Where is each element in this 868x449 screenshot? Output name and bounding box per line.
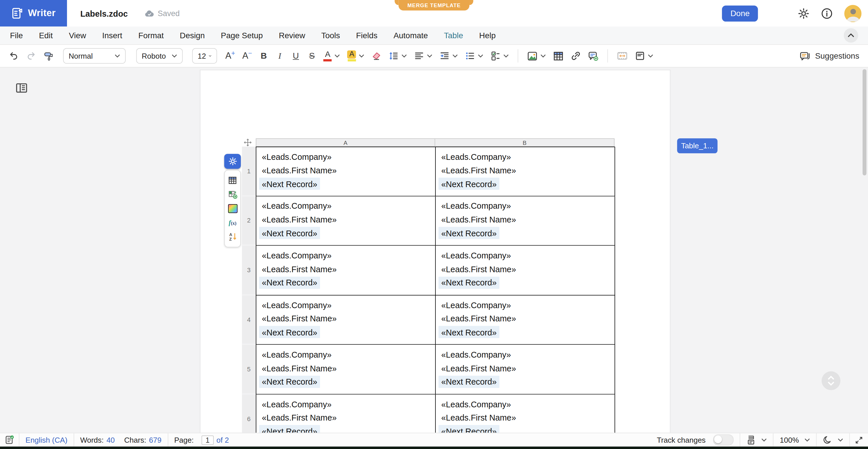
merge-field[interactable]: «Leads.Company» xyxy=(441,350,511,359)
merge-field[interactable]: «Leads.Company» xyxy=(262,300,332,310)
merge-field[interactable]: «Next Record» xyxy=(439,277,500,289)
merge-field[interactable]: «Leads.First Name» xyxy=(262,166,337,175)
format-painter-icon[interactable] xyxy=(42,48,55,64)
cell-color-button[interactable] xyxy=(228,204,237,213)
menu-item-file[interactable]: File xyxy=(10,31,23,40)
table-cell[interactable]: «Leads.Company»«Leads.First Name»«Next R… xyxy=(435,295,615,345)
menu-item-design[interactable]: Design xyxy=(180,31,205,40)
italic-button[interactable]: I xyxy=(274,48,286,64)
increase-font-size-button[interactable]: A+ xyxy=(224,48,237,64)
table-settings-button[interactable] xyxy=(224,154,241,169)
merge-field[interactable]: «Next Record» xyxy=(439,326,500,338)
merge-field[interactable]: «Leads.Company» xyxy=(262,350,332,359)
page-number-input[interactable]: 1 xyxy=(202,435,214,445)
row-number[interactable]: 5 xyxy=(242,345,256,394)
merge-field[interactable]: «Next Record» xyxy=(439,425,500,432)
merge-field[interactable]: «Next Record» xyxy=(259,425,320,432)
zia-button[interactable]: Zia xyxy=(770,5,786,22)
bullet-list-button[interactable] xyxy=(464,48,485,64)
table-cell[interactable]: «Leads.Company»«Leads.First Name»«Next R… xyxy=(435,394,615,432)
table-cell[interactable]: «Leads.Company»«Leads.First Name»«Next R… xyxy=(435,196,615,246)
merge-field[interactable]: «Leads.First Name» xyxy=(262,363,337,373)
table-name-tag[interactable]: Table_1... xyxy=(677,138,718,153)
row-number[interactable]: 1 xyxy=(242,147,256,196)
decrease-font-size-button[interactable]: A− xyxy=(241,48,253,64)
font-color-button[interactable]: A xyxy=(322,48,341,64)
writer-logo[interactable]: Writer xyxy=(0,0,67,27)
alignment-button[interactable] xyxy=(413,48,434,64)
track-changes-toggle[interactable] xyxy=(713,434,734,446)
column-header-a[interactable]: A xyxy=(256,138,435,147)
menu-item-insert[interactable]: Insert xyxy=(102,31,122,40)
spellcheck-button[interactable] xyxy=(0,433,19,446)
suggestions-button[interactable]: Suggestions xyxy=(800,51,859,61)
highlight-color-button[interactable]: A xyxy=(346,48,366,64)
table-cell[interactable]: «Leads.Company»«Leads.First Name»«Next R… xyxy=(256,394,435,432)
table-cell[interactable]: «Leads.Company»«Leads.First Name»«Next R… xyxy=(256,295,435,345)
insert-image-button[interactable] xyxy=(526,48,547,64)
menu-item-help[interactable]: Help xyxy=(479,31,496,40)
menu-item-automate[interactable]: Automate xyxy=(394,31,428,40)
merge-field[interactable]: «Next Record» xyxy=(439,178,500,190)
merge-field[interactable]: «Leads.First Name» xyxy=(262,413,337,422)
zoom-control[interactable]: 100% xyxy=(774,433,816,446)
menu-item-review[interactable]: Review xyxy=(279,31,305,40)
undo-button[interactable] xyxy=(8,48,20,64)
insert-link-button[interactable] xyxy=(570,48,582,64)
table-sort-button[interactable]: AZ xyxy=(228,232,237,242)
font-size-select[interactable]: 12 xyxy=(192,48,217,64)
merge-field[interactable]: «Next Record» xyxy=(259,227,320,239)
merge-field[interactable]: «Leads.First Name» xyxy=(441,314,516,323)
info-button[interactable] xyxy=(821,7,833,19)
table-move-handle-icon[interactable] xyxy=(244,138,252,147)
table-cell[interactable]: «Leads.Company»«Leads.First Name»«Next R… xyxy=(256,147,435,196)
collapse-toolbar-button[interactable] xyxy=(844,28,858,42)
merge-field[interactable]: «Leads.First Name» xyxy=(262,264,337,274)
merge-field[interactable]: «Leads.First Name» xyxy=(441,215,516,224)
line-spacing-button[interactable] xyxy=(388,48,408,64)
merge-field[interactable]: «Leads.Company» xyxy=(262,251,332,260)
done-button[interactable]: Done xyxy=(722,5,758,21)
table-style-button[interactable] xyxy=(228,176,237,185)
font-family-select[interactable]: Roboto xyxy=(136,48,183,64)
row-number[interactable]: 2 xyxy=(242,196,256,246)
redo-button[interactable] xyxy=(25,48,37,64)
merge-field[interactable]: «Leads.Company» xyxy=(441,201,511,211)
table-cell[interactable]: «Leads.Company»«Leads.First Name»«Next R… xyxy=(435,147,615,196)
merge-field[interactable]: «Next Record» xyxy=(259,178,320,190)
menu-item-table[interactable]: Table xyxy=(444,31,463,40)
bold-button[interactable]: B xyxy=(258,48,270,64)
table-cell[interactable]: «Leads.Company»«Leads.First Name»«Next R… xyxy=(256,246,435,295)
strikethrough-button[interactable]: S xyxy=(306,48,317,64)
insert-table-button[interactable] xyxy=(552,48,565,64)
row-number[interactable]: 4 xyxy=(242,295,256,345)
column-header-b[interactable]: B xyxy=(435,138,615,147)
word-count[interactable]: Words: 40 Chars: 679 xyxy=(74,433,168,446)
merge-field[interactable]: «Leads.Company» xyxy=(262,399,332,409)
vertical-scrollbar[interactable] xyxy=(863,69,866,175)
merge-field[interactable]: «Next Record» xyxy=(439,376,500,388)
page-navigator-button[interactable] xyxy=(822,372,840,390)
page-view-button[interactable] xyxy=(741,433,773,446)
menu-item-tools[interactable]: Tools xyxy=(321,31,340,40)
merge-field[interactable]: «Leads.Company» xyxy=(441,300,511,310)
merge-field[interactable]: «Leads.First Name» xyxy=(262,215,337,224)
underline-button[interactable]: U xyxy=(290,48,302,64)
insert-comment-button[interactable] xyxy=(587,48,600,64)
language-selector[interactable]: English (CA) xyxy=(19,433,73,446)
merge-field[interactable]: «Next Record» xyxy=(259,326,320,338)
menu-item-view[interactable]: View xyxy=(69,31,86,40)
document-outline-button[interactable] xyxy=(16,83,28,94)
merge-field[interactable]: «Next Record» xyxy=(259,277,320,289)
merge-field[interactable]: «Leads.Company» xyxy=(441,399,511,409)
merge-field[interactable]: «Leads.Company» xyxy=(262,152,332,162)
merge-field[interactable]: «Leads.First Name» xyxy=(441,166,516,175)
merge-field[interactable]: «Leads.First Name» xyxy=(262,314,337,323)
clear-formatting-button[interactable] xyxy=(371,48,383,64)
menu-item-edit[interactable]: Edit xyxy=(39,31,53,40)
table-cell[interactable]: «Leads.Company»«Leads.First Name»«Next R… xyxy=(435,345,615,394)
table-cell[interactable]: «Leads.Company»«Leads.First Name»«Next R… xyxy=(256,345,435,394)
document-title[interactable]: Labels.zdoc xyxy=(80,9,128,18)
menu-item-fields[interactable]: Fields xyxy=(356,31,377,40)
merge-field[interactable]: «Leads.First Name» xyxy=(441,264,516,274)
